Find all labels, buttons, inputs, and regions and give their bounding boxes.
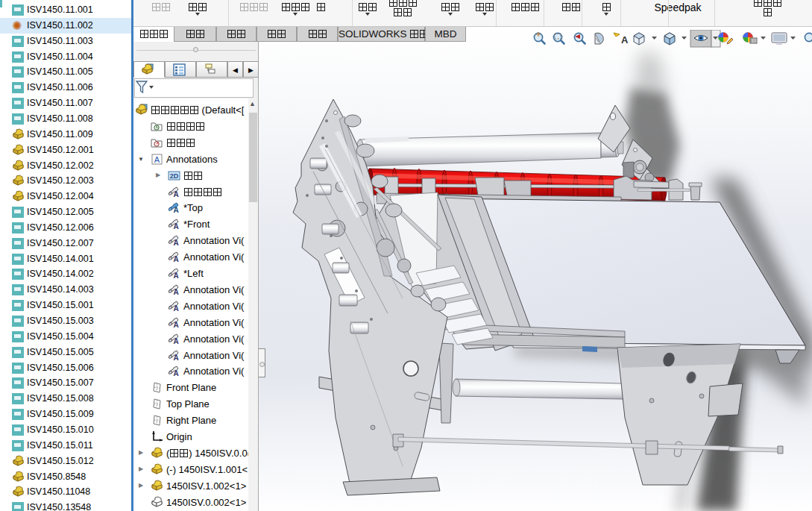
svg-text:A: A [173,337,178,345]
svg-text:A: A [173,354,178,362]
svg-text:2D: 2D [170,172,179,180]
svg-text:A: A [173,272,178,280]
svg-text:A: A [173,239,178,247]
svg-text:A: A [173,288,178,296]
svg-text:A: A [173,255,178,263]
svg-text:A: A [173,304,178,313]
svg-text:A: A [621,34,629,46]
svg-text:A: A [154,155,160,164]
svg-text:A: A [173,206,178,214]
svg-text:A: A [173,190,178,198]
svg-text:A: A [173,369,178,377]
svg-text:A: A [173,321,178,329]
svg-text:A: A [173,222,178,231]
